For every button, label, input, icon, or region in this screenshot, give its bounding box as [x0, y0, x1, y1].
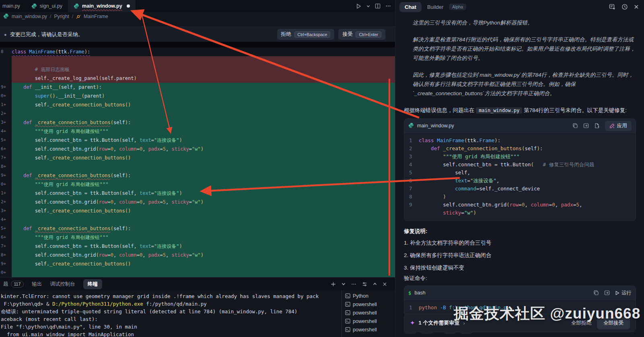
code-line: 4 self.connect_btn = ttk.Button( # 修复三引号…	[409, 161, 631, 169]
python-icon	[408, 123, 414, 128]
panel-tab-调试控制台[interactable]: 调试控制台	[50, 281, 75, 288]
line-number: 4+	[0, 215, 12, 224]
run-button[interactable]	[356, 3, 362, 9]
panel-tab-输出[interactable]: 输出	[32, 281, 42, 288]
chevron-right-icon: ›	[463, 320, 465, 326]
terminal-dropdown-icon[interactable]	[342, 282, 346, 286]
unsaved-dot-icon[interactable]	[127, 4, 130, 8]
code-line: 6+ self.connect_btn.grid(row=0, column=0…	[0, 145, 395, 153]
code-line	[0, 56, 395, 65]
terminal-panel: kinter.TclError: cannot use geometry man…	[0, 290, 395, 337]
apply-code-button[interactable]: 应用	[605, 121, 632, 131]
panel-tab-终端[interactable]: 终端	[83, 279, 102, 289]
new-terminal-icon[interactable]	[331, 282, 336, 287]
terminal-line: File "f:\python\qd\main.py", line 30, in…	[1, 323, 342, 331]
breadcrumb-separator: /	[50, 14, 51, 19]
code-line: 5+ def _create_connection_buttons(self):	[0, 224, 395, 233]
panel-close-icon[interactable]	[383, 282, 387, 286]
copy-code-icon[interactable]	[572, 123, 578, 129]
problems-count-badge: 117	[11, 281, 24, 288]
chat-thinking-paragraph: 解决方案是检查第784行附近的代码，确保所有的三引号字符串正确闭合。特别是查看方…	[413, 35, 636, 63]
line-number: 6+	[0, 145, 12, 153]
code-editor[interactable]: 8class MainFrame(ttk.Frame): # 底部日志面板 se…	[0, 42, 395, 277]
reject-changes-button[interactable]: 拒绝 Ctrl+Backspace	[277, 29, 335, 40]
new-chat-icon[interactable]	[609, 4, 615, 10]
breadcrumb-file[interactable]: main_window.py	[12, 14, 47, 19]
terminal-session-powershell[interactable]: powershell	[345, 300, 395, 308]
accept-all-button[interactable]: 全部接受	[597, 317, 630, 329]
panel-layout-icon[interactable]	[362, 282, 367, 287]
apply-diff-icon	[609, 123, 615, 129]
code-line: 7+ self._create_connection_buttons()	[0, 153, 395, 162]
panel-tab-题[interactable]: 题117	[3, 281, 24, 288]
bash-label: bash	[415, 290, 426, 296]
line-number: 2+	[0, 109, 12, 118]
close-chat-icon[interactable]	[634, 4, 639, 9]
chat-tab-Chat[interactable]: Chat	[399, 2, 422, 12]
panel-actions	[331, 282, 398, 287]
terminal-session-powershell[interactable]: powershell	[345, 325, 395, 334]
ai-chat-panel: ChatBuilderAlpha 这里的三引号没有闭合，导致Python解析器报…	[395, 0, 644, 337]
bash-card-body[interactable]: 1python -B f:\python\qd\main.py	[404, 300, 636, 315]
breadcrumb-pyright[interactable]: Pyright	[54, 14, 69, 19]
editor-tab-main_window.py[interactable]: main_window.py	[68, 0, 136, 12]
chat-tab-Builder[interactable]: Builder	[427, 4, 443, 10]
panel-maximize-icon[interactable]	[373, 282, 377, 286]
terminal-line: F:\python\qd> & D:/Python/Python311/pyth…	[1, 300, 342, 308]
line-number: 0+	[0, 180, 12, 189]
terminal-session-powershell[interactable]: powershell	[345, 317, 395, 325]
copy-command-icon[interactable]	[593, 290, 599, 296]
files-review-bar[interactable]: ✦ 1 个文件需要审查 › 全部拒绝 全部接受	[404, 314, 636, 332]
code-line: 4+ """使用 grid 布局创建按钮"""	[0, 127, 395, 136]
sparkle-icon: ✦	[410, 319, 415, 327]
line-number: 9+	[0, 171, 12, 180]
code-line: 9+ self._create_connection_buttons()	[0, 259, 395, 268]
terminal-session-powershell[interactable]: powershell	[345, 308, 395, 317]
code-line: 6 text="连接设备",	[409, 177, 631, 185]
editor-tab-main.py[interactable]: main.py	[0, 0, 26, 12]
insert-code-icon[interactable]	[583, 123, 589, 129]
editor-tab-sign_ui.py[interactable]: sign_ui.py	[26, 0, 68, 12]
line-number	[0, 65, 12, 74]
chat-thinking-paragraph: 因此，修复步骤包括定位到`main_window.py`的第784行，检查并补全…	[413, 71, 636, 98]
ide-window: main.py sign_ui.py main_window.py	[0, 0, 644, 337]
breadcrumb[interactable]: main_window.py / Pyright / MainFrame	[0, 12, 395, 21]
split-editor-icon[interactable]	[375, 3, 381, 9]
terminal-output[interactable]: kinter.TclError: cannot use geometry man…	[0, 290, 342, 337]
diff-review-message: 变更已完成，请确认是否采纳。	[10, 31, 83, 38]
code-line: 0+	[0, 268, 395, 277]
code-line: 1class MainFrame(ttk.Frame):	[409, 137, 631, 145]
more-actions-icon[interactable]	[385, 3, 391, 9]
code-line: 5+ self.connect_btn = ttk.Button(self, t…	[0, 136, 395, 145]
code-line: 8 )	[409, 193, 631, 201]
line-number: 3+	[0, 206, 12, 215]
verify-heading: 验证命令:	[404, 275, 636, 282]
code-card-filename: main_window.py	[417, 123, 454, 129]
line-number: 7+	[0, 242, 12, 251]
line-number: 1+	[0, 189, 12, 198]
chat-header: ChatBuilderAlpha	[395, 0, 644, 14]
line-number	[0, 74, 12, 83]
line-number: 8+	[0, 251, 12, 259]
reject-all-button[interactable]: 全部拒绝	[571, 320, 591, 327]
tab-label: sign_ui.py	[40, 3, 62, 9]
editor-gap	[0, 21, 395, 27]
python-icon	[3, 13, 9, 19]
editor-actions	[356, 0, 395, 12]
history-icon[interactable]	[621, 4, 628, 10]
terminal-session-Python[interactable]: Python	[345, 292, 395, 300]
new-file-icon[interactable]	[594, 123, 600, 129]
panel-more-icon[interactable]	[351, 282, 356, 287]
insert-terminal-icon[interactable]	[604, 290, 610, 296]
terminal-icon	[345, 302, 350, 307]
breadcrumb-class[interactable]: MainFrame	[84, 14, 108, 19]
run-command-button[interactable]: 运行	[615, 290, 632, 296]
code-line: 8class MainFrame(ttk.Frame):	[0, 47, 395, 56]
run-dropdown-icon[interactable]	[366, 4, 370, 8]
chat-body[interactable]: 这里的三引号没有闭合，导致Python解析器报错。解决方案是检查第784行附近的…	[395, 14, 644, 337]
code-card-body[interactable]: 1class MainFrame(ttk.Frame):2 def _creat…	[404, 133, 636, 221]
editor-region: main.py sign_ui.py main_window.py	[0, 0, 395, 337]
accept-changes-button[interactable]: 接受 Ctrl+Enter	[338, 29, 385, 40]
code-line: 3 """使用 grid 布局创建按钮"""	[409, 153, 631, 161]
terminal-line: aceback (most recent call last):	[1, 315, 342, 323]
